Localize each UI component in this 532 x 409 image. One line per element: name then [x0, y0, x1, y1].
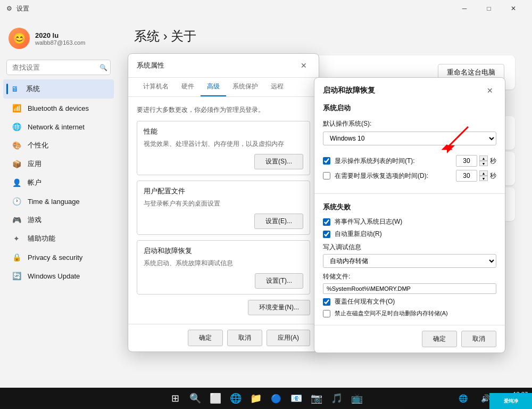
env-vars-button[interactable]: 环境变量(N)... — [248, 300, 310, 315]
sys-props-ok-button[interactable]: 确定 — [188, 330, 223, 346]
show-os-row: 显示操作系统列表的时间(T): ▲ ▼ 秒 — [323, 155, 496, 167]
os-select[interactable]: Windows 10 — [323, 132, 496, 145]
network-icon: 🌐 — [12, 122, 21, 132]
tab-remote[interactable]: 远程 — [264, 78, 290, 96]
show-os-checkbox[interactable] — [323, 157, 330, 165]
tab-computer-name[interactable]: 计算机名 — [137, 78, 175, 96]
edge-button[interactable]: 🌐 — [226, 389, 245, 408]
overwrite-row: 覆盖任何现有文件(O) — [323, 297, 496, 306]
startup-dialog-titlebar: 启动和故障恢复 ✕ — [314, 78, 505, 103]
disable-low-checkbox[interactable] — [323, 310, 330, 317]
write-event-checkbox[interactable] — [323, 218, 330, 226]
sidebar-label-accessibility: 辅助功能 — [28, 234, 55, 243]
overwrite-checkbox[interactable] — [323, 298, 330, 306]
show-os-time-input[interactable] — [456, 155, 477, 167]
watermark-text: 爱纯净 — [504, 398, 518, 405]
show-recovery-unit: 秒 — [490, 171, 496, 181]
show-recovery-time-input[interactable] — [456, 170, 477, 182]
startup-recovery-title: 启动和故障恢复 — [144, 246, 303, 256]
title-bar-left: ⚙ 设置 — [6, 4, 29, 13]
search-button[interactable]: 🔍 — [99, 64, 107, 71]
app2-button[interactable]: 🎵 — [327, 389, 346, 408]
maximize-button[interactable]: □ — [477, 0, 501, 17]
startup-ok-button[interactable]: 确定 — [422, 331, 457, 347]
system-icon: 🖥 — [10, 84, 20, 94]
auto-restart-label: 自动重新启动(R) — [335, 230, 496, 239]
user-profiles-settings-button[interactable]: 设置(E)... — [254, 214, 303, 229]
show-recovery-decrement[interactable]: ▼ — [479, 176, 488, 181]
time-icon: 🕐 — [12, 197, 21, 206]
sidebar-item-accessibility[interactable]: ✦ 辅助功能 — [3, 230, 114, 248]
startup-recovery-section: 启动和故障恢复 系统启动、系统故障和调试信息 设置(T)... — [137, 240, 310, 295]
performance-settings-button[interactable]: 设置(S)... — [254, 154, 303, 169]
show-os-time-wrap: ▲ ▼ 秒 — [456, 155, 496, 167]
sys-props-close-button[interactable]: ✕ — [297, 59, 310, 72]
sidebar-item-account[interactable]: 👤 帐户 — [3, 174, 114, 192]
sidebar-item-bluetooth[interactable]: 📶 Bluetooth & devices — [3, 99, 114, 117]
show-os-decrement[interactable]: ▼ — [479, 161, 488, 166]
app3-button[interactable]: 📺 — [347, 389, 367, 408]
close-button[interactable]: ✕ — [501, 0, 526, 17]
write-debug-section: 写入调试信息 自动内存转储 — [323, 243, 496, 272]
user-name: 2020 lu — [35, 31, 85, 39]
title-bar-controls: ─ □ ✕ — [452, 0, 526, 17]
bluetooth-icon: 📶 — [12, 103, 21, 113]
tab-advanced[interactable]: 高级 — [201, 78, 226, 96]
mail-button[interactable]: 📧 — [287, 389, 306, 408]
avatar: 😊 — [9, 28, 30, 49]
sidebar-item-time[interactable]: 🕐 Time & language — [3, 192, 114, 210]
dialog-body: 要进行大多数更改，你必须作为管理员登录。 性能 视觉效果、处理器计划、内存使用，… — [128, 97, 319, 324]
auto-restart-row: 自动重新启动(R) — [323, 230, 496, 239]
sidebar-item-system[interactable]: 🖥 系统 — [3, 79, 114, 99]
sidebar-label-bluetooth: Bluetooth & devices — [28, 104, 89, 112]
dump-file-section: 转储文件: — [323, 272, 496, 294]
dump-file-input[interactable] — [323, 283, 496, 294]
search-taskbar-button[interactable]: 🔍 — [186, 389, 205, 408]
tab-system-protection[interactable]: 系统保护 — [226, 78, 264, 96]
startup-recovery-settings-button[interactable]: 设置(T)... — [255, 273, 303, 289]
task-view-button[interactable]: ⬜ — [206, 389, 225, 408]
user-section: 😊 2020 lu walbb87@163.com — [0, 21, 117, 55]
performance-section: 性能 视觉效果、处理器计划、内存使用，以及虚拟内存 设置(S)... — [137, 121, 310, 175]
auto-restart-checkbox[interactable] — [323, 231, 330, 238]
app1-button[interactable]: 📷 — [307, 389, 326, 408]
user-email: walbb87@163.com — [35, 39, 85, 46]
show-os-increment[interactable]: ▲ — [479, 156, 488, 161]
tab-hardware[interactable]: 硬件 — [175, 78, 201, 96]
performance-desc: 视觉效果、处理器计划、内存使用，以及虚拟内存 — [144, 140, 303, 149]
startup-dialog-close-button[interactable]: ✕ — [484, 84, 496, 97]
system-failure-header: 系统失败 — [323, 202, 496, 212]
sidebar-item-update[interactable]: 🔄 Windows Update — [3, 267, 114, 285]
sidebar-label-update: Windows Update — [28, 272, 80, 280]
sidebar-item-gaming[interactable]: 🎮 游戏 — [3, 211, 114, 229]
show-recovery-checkbox[interactable] — [323, 172, 330, 179]
chrome-button[interactable]: 🔵 — [267, 389, 286, 408]
personalize-icon: 🎨 — [12, 141, 21, 150]
account-icon: 👤 — [12, 178, 21, 187]
taskbar-center: ⊞ 🔍 ⬜ 🌐 📁 🔵 📧 📷 🎵 📺 — [165, 389, 367, 408]
sidebar-item-network[interactable]: 🌐 Network & internet — [3, 118, 114, 136]
write-debug-label: 写入调试信息 — [323, 243, 496, 252]
write-debug-select[interactable]: 自动内存转储 — [323, 254, 496, 268]
sys-props-apply-button[interactable]: 应用(A) — [267, 330, 310, 346]
apps-icon: 📦 — [12, 159, 21, 169]
show-os-spinner: ▲ ▼ — [479, 156, 488, 166]
startup-cancel-button[interactable]: 取消 — [461, 331, 496, 347]
sidebar-item-privacy[interactable]: 🔒 Privacy & security — [3, 248, 114, 266]
minimize-button[interactable]: ─ — [452, 0, 477, 17]
watermark: 爱纯净 — [489, 393, 532, 409]
default-os-label: 默认操作系统(S): — [323, 120, 371, 127]
show-os-label: 显示操作系统列表的时间(T): — [335, 157, 452, 166]
sidebar-item-personalize[interactable]: 🎨 个性化 — [3, 136, 114, 154]
show-recovery-increment[interactable]: ▲ — [479, 170, 488, 176]
search-box: 🔍 — [6, 60, 111, 75]
network-taskbar-icon[interactable]: 🌐 — [454, 389, 473, 408]
sys-props-cancel-button[interactable]: 取消 — [227, 330, 262, 346]
page-header: 系统 › 关于 — [134, 28, 515, 45]
sidebar-label-personalize: 个性化 — [28, 141, 48, 150]
settings-icon: ⚙ — [6, 5, 12, 12]
search-input[interactable] — [6, 60, 111, 75]
sidebar-item-apps[interactable]: 📦 应用 — [3, 155, 114, 173]
explorer-button[interactable]: 📁 — [246, 389, 265, 408]
start-button[interactable]: ⊞ — [165, 389, 185, 408]
